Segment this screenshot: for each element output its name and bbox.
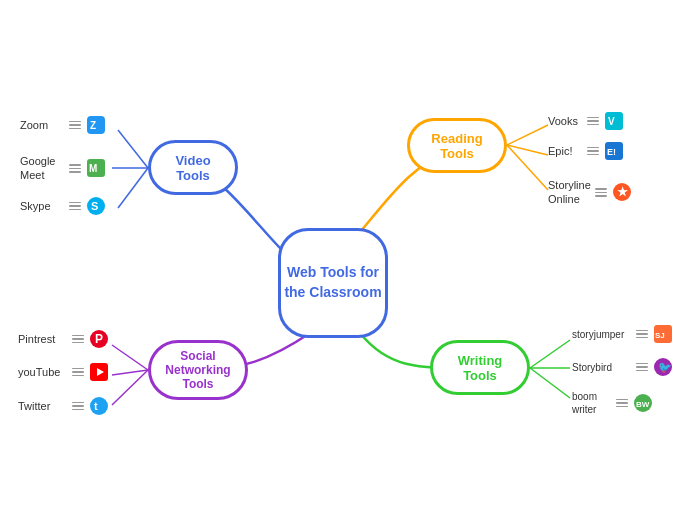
svg-line-3 [507, 125, 548, 145]
reading-tools-node: ReadingTools [407, 118, 507, 173]
leaf-twitter: Twitter t [18, 397, 108, 415]
svg-text:P: P [95, 332, 103, 346]
svg-point-28 [90, 397, 108, 415]
youtube-icon [90, 363, 108, 381]
storyline-label: StorylineOnline [548, 178, 591, 207]
reading-tools-label: ReadingTools [431, 131, 482, 161]
epic-icon: E! [605, 142, 623, 160]
svg-line-11 [530, 368, 570, 398]
leaf-storybird: Storybird 🐦 [572, 358, 672, 376]
storybird-label: Storybird [572, 362, 632, 373]
svg-text:SJ: SJ [655, 331, 665, 340]
storyjumper-lines-icon [636, 330, 648, 339]
svg-line-6 [112, 345, 148, 370]
svg-text:BW: BW [636, 400, 650, 409]
twitter-icon: t [90, 397, 108, 415]
vooks-label: Vooks [548, 115, 583, 127]
storyjumper-icon: SJ [654, 325, 672, 343]
youtube-label: youTube [18, 366, 68, 378]
google-meet-icon: M [87, 159, 105, 177]
boom-writer-lines-icon [616, 399, 628, 408]
center-label: Web Tools for the Classroom [281, 263, 385, 302]
zoom-label: Zoom [20, 119, 65, 131]
storyline-icon: ★ [613, 183, 631, 201]
writing-tools-node: WritingTools [430, 340, 530, 395]
svg-line-8 [112, 370, 148, 405]
leaf-storyjumper: storyjumper SJ [572, 325, 672, 343]
video-tools-node: VideoTools [148, 140, 238, 195]
leaf-vooks: Vooks V [548, 112, 623, 130]
leaf-storyline: StorylineOnline ★ [548, 178, 631, 207]
svg-text:S: S [91, 200, 98, 212]
social-tools-label: SocialNetworkingTools [165, 349, 230, 391]
epic-label: Epic! [548, 145, 583, 157]
center-node: Web Tools for the Classroom [278, 228, 388, 338]
writing-tools-label: WritingTools [458, 353, 503, 383]
pintrest-label: Pintrest [18, 333, 68, 345]
boom-writer-label: boomwriter [572, 390, 612, 416]
social-tools-node: SocialNetworkingTools [148, 340, 248, 400]
vooks-lines-icon [587, 117, 599, 126]
leaf-boom-writer: boomwriter BW [572, 390, 652, 416]
svg-text:M: M [89, 163, 97, 174]
google-meet-lines-icon [69, 164, 81, 173]
youtube-lines-icon [72, 368, 84, 377]
leaf-google-meet: GoogleMeet M [20, 154, 105, 183]
pintrest-icon: P [90, 330, 108, 348]
storybird-lines-icon [636, 363, 648, 372]
leaf-epic: Epic! E! [548, 142, 623, 160]
pintrest-lines-icon [72, 335, 84, 344]
storybird-icon: 🐦 [654, 358, 672, 376]
svg-line-2 [118, 168, 148, 208]
video-tools-label: VideoTools [175, 153, 210, 183]
skype-lines-icon [69, 202, 81, 211]
svg-line-5 [507, 145, 548, 190]
skype-label: Skype [20, 200, 65, 212]
zoom-lines-icon [69, 121, 81, 130]
svg-text:★: ★ [617, 185, 628, 199]
leaf-zoom: Zoom Z [20, 116, 105, 134]
svg-text:V: V [608, 116, 615, 127]
leaf-youtube: youTube [18, 363, 108, 381]
twitter-lines-icon [72, 402, 84, 411]
skype-icon: S [87, 197, 105, 215]
leaf-skype: Skype S [20, 197, 105, 215]
vooks-icon: V [605, 112, 623, 130]
svg-text:Z: Z [90, 120, 96, 131]
leaf-pintrest: Pintrest P [18, 330, 108, 348]
zoom-icon: Z [87, 116, 105, 134]
svg-line-0 [118, 130, 148, 168]
storyline-lines-icon [595, 188, 607, 197]
twitter-label: Twitter [18, 400, 68, 412]
svg-line-4 [507, 145, 548, 155]
svg-line-9 [530, 340, 570, 368]
storyjumper-label: storyjumper [572, 329, 632, 340]
google-meet-label: GoogleMeet [20, 154, 65, 183]
svg-text:t: t [94, 400, 98, 412]
svg-text:E!: E! [607, 147, 616, 157]
boom-writer-icon: BW [634, 394, 652, 412]
epic-lines-icon [587, 147, 599, 156]
svg-text:🐦: 🐦 [658, 360, 672, 374]
